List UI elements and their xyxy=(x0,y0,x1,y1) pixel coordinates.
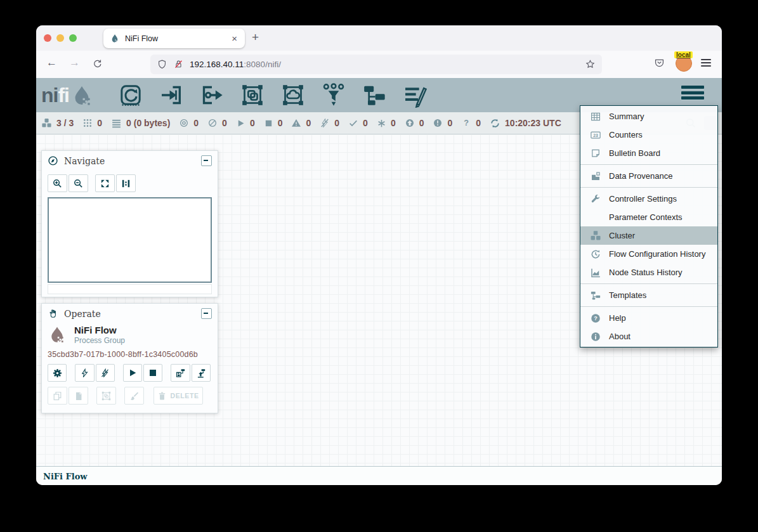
menu-item-summary[interactable]: Summary xyxy=(580,107,717,126)
template-component-icon[interactable] xyxy=(361,82,388,108)
pocket-icon[interactable] xyxy=(653,57,665,69)
url-suffix: :8080/nifi/ xyxy=(244,60,281,69)
birdseye-view[interactable] xyxy=(48,197,212,283)
last-refresh-time: 10:20:23 UTC xyxy=(505,118,561,128)
copy-button[interactable] xyxy=(48,387,67,405)
menu-item-bulletin-board[interactable]: Bulletin Board xyxy=(580,144,717,162)
back-button[interactable]: ← xyxy=(46,56,57,69)
selected-flow-type: Process Group xyxy=(74,336,125,346)
stale-count: 0 xyxy=(419,118,424,128)
enable-button[interactable] xyxy=(75,364,94,382)
menu-item-flow-configuration-history[interactable]: Flow Configuration History xyxy=(580,245,717,263)
profile-badge: local xyxy=(674,51,693,58)
operate-buttons-row2: DELETE xyxy=(42,382,218,405)
operate-header: Operate xyxy=(42,304,218,321)
tab-close-icon[interactable]: × xyxy=(230,33,239,44)
label-component-icon[interactable] xyxy=(402,82,428,108)
browser-menu-icon[interactable] xyxy=(701,59,711,69)
process-group-component-icon[interactable] xyxy=(239,82,266,108)
navigate-collapse-button[interactable] xyxy=(201,155,212,166)
window-zoom-button[interactable] xyxy=(69,34,77,42)
transmitting-count: 0 xyxy=(193,118,199,128)
stopped-icon xyxy=(264,119,273,128)
funnel-component-icon[interactable] xyxy=(320,82,347,108)
svg-text:?: ? xyxy=(464,119,469,127)
delete-button[interactable]: DELETE xyxy=(154,387,203,405)
summary-icon xyxy=(589,111,603,122)
color-button[interactable] xyxy=(124,387,144,405)
selected-component: NiFi Flow Process Group xyxy=(42,321,218,346)
controller-settings-icon xyxy=(589,193,603,205)
bulletin-board-icon xyxy=(589,148,603,159)
forward-button[interactable]: → xyxy=(69,56,80,69)
save-template-button[interactable] xyxy=(171,364,190,382)
new-tab-button[interactable]: + xyxy=(252,30,259,44)
status-active-threads: 0 xyxy=(82,118,102,128)
reload-button[interactable] xyxy=(92,58,103,69)
breadcrumb[interactable]: NiFi Flow xyxy=(43,472,88,481)
menu-item-node-status-history[interactable]: Node Status History xyxy=(580,263,717,282)
processor-component-icon[interactable] xyxy=(117,82,144,108)
status-sync-failure: ? 0 xyxy=(461,118,481,128)
locally-modified-count: 0 xyxy=(391,118,396,128)
sync-failure-icon: ? xyxy=(461,118,471,128)
menu-separator xyxy=(580,187,717,188)
birdseye-strip xyxy=(48,284,212,294)
group-button[interactable] xyxy=(96,387,116,405)
up-to-date-icon xyxy=(348,118,358,128)
upload-template-button[interactable] xyxy=(192,364,211,382)
menu-item-controller-settings[interactable]: Controller Settings xyxy=(580,190,717,208)
window-minimize-button[interactable] xyxy=(56,34,64,42)
url-host: 192.168.40.11 xyxy=(190,60,244,69)
disabled-count: 0 xyxy=(334,118,339,128)
start-button[interactable] xyxy=(123,364,142,382)
configure-button[interactable] xyxy=(48,364,67,382)
menu-item-about[interactable]: About xyxy=(580,327,717,346)
status-running: 0 xyxy=(236,118,255,128)
not-transmitting-icon xyxy=(207,118,218,128)
browser-window: NiFi Flow × + ← → 192.168.40.11:8080/nif… xyxy=(36,25,722,485)
up-to-date-count: 0 xyxy=(363,118,368,128)
status-disabled: 0 xyxy=(320,118,339,128)
profile-avatar[interactable]: local xyxy=(676,55,692,72)
bookmark-star-icon[interactable] xyxy=(585,59,596,70)
stale-icon xyxy=(405,118,415,128)
status-locally-modified-and-stale: 0 xyxy=(433,118,452,128)
status-not-transmitting: 0 xyxy=(207,118,227,128)
help-icon: ? xyxy=(589,313,603,324)
about-icon xyxy=(589,331,603,342)
connected-nodes-count: 3 / 3 xyxy=(56,118,74,128)
nifi-logo-drop-icon xyxy=(70,83,93,108)
browser-tab-bar: NiFi Flow × + xyxy=(36,25,722,51)
paste-button[interactable] xyxy=(69,387,88,405)
insecure-lock-icon[interactable] xyxy=(173,59,184,70)
fit-to-screen-button[interactable] xyxy=(95,174,115,192)
disable-button[interactable] xyxy=(96,364,115,382)
refresh-icon[interactable] xyxy=(490,118,500,129)
menu-item-templates[interactable]: Templates xyxy=(580,286,717,304)
menu-item-parameter-contexts[interactable]: Parameter Contexts xyxy=(580,208,717,226)
input-port-component-icon[interactable] xyxy=(158,82,185,108)
window-close-button[interactable] xyxy=(44,34,51,42)
actual-size-button[interactable] xyxy=(116,174,136,192)
browser-tab[interactable]: NiFi Flow × xyxy=(103,29,245,48)
status-refresh[interactable]: 10:20:23 UTC xyxy=(490,118,561,129)
zoom-in-button[interactable] xyxy=(48,174,67,192)
component-toolbar xyxy=(117,81,428,109)
operate-collapse-button[interactable] xyxy=(201,308,212,319)
status-transmitting: 0 xyxy=(179,118,199,128)
url-bar[interactable]: 192.168.40.11:8080/nifi/ xyxy=(150,55,602,74)
menu-item-help[interactable]: ? Help xyxy=(580,309,717,327)
menu-item-data-provenance[interactable]: Data Provenance xyxy=(580,167,717,185)
menu-item-counters[interactable]: 23 Counters xyxy=(580,126,717,144)
menu-item-cluster[interactable]: Cluster xyxy=(580,226,717,245)
transmitting-icon xyxy=(179,118,189,128)
output-port-component-icon[interactable] xyxy=(199,82,225,108)
tracking-shield-icon[interactable] xyxy=(157,59,167,70)
sync-failure-count: 0 xyxy=(476,118,481,128)
remote-process-group-component-icon[interactable] xyxy=(280,82,306,108)
global-menu-icon[interactable] xyxy=(681,86,704,102)
selected-flow-name: NiFi Flow xyxy=(74,325,125,336)
stop-button[interactable] xyxy=(143,364,162,382)
zoom-out-button[interactable] xyxy=(69,174,88,192)
